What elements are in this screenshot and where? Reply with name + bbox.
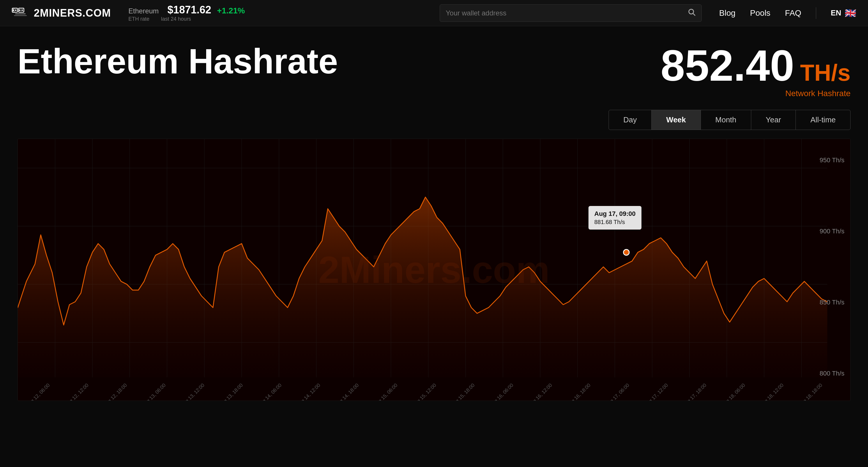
logo-area: 2MINERS.COM <box>12 6 111 20</box>
logo-icon <box>12 6 29 20</box>
lang-selector[interactable]: EN 🇬🇧 <box>831 7 856 19</box>
search-area[interactable] <box>440 4 702 22</box>
hashrate-display: 852.40 TH/s Network Hashrate <box>661 44 850 98</box>
svg-point-6 <box>22 9 23 11</box>
nav-links: Blog Pools FAQ EN 🇬🇧 <box>719 7 856 19</box>
hashrate-number: 852.40 <box>661 44 794 87</box>
svg-line-10 <box>693 13 695 15</box>
svg-point-2 <box>13 9 14 11</box>
eth-price: $1871.62 <box>167 4 211 16</box>
page-title: Ethereum Hashrate <box>18 44 338 79</box>
tab-day[interactable]: Day <box>609 110 652 129</box>
top-section: Ethereum Hashrate 852.40 TH/s Network Ha… <box>18 44 850 98</box>
hashrate-label: Network Hashrate <box>785 89 850 98</box>
eth-change: +1.21% <box>217 6 245 16</box>
y-label-800: 800 Th/s <box>820 370 844 377</box>
eth-rate-label: ETH rate <box>128 16 149 22</box>
chart-svg <box>18 139 850 401</box>
period-tabs: Day Week Month Year All-time <box>609 110 850 130</box>
nav-pools[interactable]: Pools <box>750 8 771 18</box>
svg-point-36 <box>623 250 629 255</box>
svg-rect-7 <box>15 13 26 14</box>
tab-alltime[interactable]: All-time <box>796 110 850 129</box>
y-label-850: 850 Th/s <box>820 299 844 306</box>
svg-point-3 <box>15 9 17 11</box>
flag-icon: 🇬🇧 <box>845 7 856 19</box>
svg-point-5 <box>19 9 21 11</box>
tab-week[interactable]: Week <box>652 110 701 129</box>
tab-year[interactable]: Year <box>751 110 796 129</box>
header: 2MINERS.COM Ethereum $1871.62 +1.21% ETH… <box>0 0 868 26</box>
wallet-search-input[interactable] <box>446 9 687 17</box>
coin-name: Ethereum <box>128 7 159 15</box>
nav-blog[interactable]: Blog <box>719 8 736 18</box>
svg-rect-8 <box>14 15 27 16</box>
eth-change-label: last 24 hours <box>161 16 191 22</box>
hashrate-unit: TH/s <box>800 61 850 85</box>
chart-container: 2Miners.com <box>18 139 850 401</box>
tab-month[interactable]: Month <box>701 110 751 129</box>
y-label-950: 950 Th/s <box>820 156 844 164</box>
hashrate-value-row: 852.40 TH/s <box>661 44 850 87</box>
y-label-900: 900 Th/s <box>820 228 844 235</box>
nav-faq[interactable]: FAQ <box>785 8 801 18</box>
y-axis-labels: 950 Th/s 900 Th/s 850 Th/s 800 Th/s <box>820 139 844 401</box>
eth-sublabels: ETH rate last 24 hours <box>128 16 245 22</box>
main-content: Ethereum Hashrate 852.40 TH/s Network Ha… <box>0 26 868 412</box>
search-icon <box>687 8 695 16</box>
x-axis-labels: Aug 12, 06:00 Aug 12, 12:00 Aug 12, 18:0… <box>18 393 827 399</box>
lang-text: EN <box>831 8 841 18</box>
logo-text: 2MINERS.COM <box>34 7 111 19</box>
nav-divider <box>816 7 816 19</box>
eth-info: Ethereum $1871.62 +1.21% ETH rate last 2… <box>128 4 245 22</box>
search-button[interactable] <box>687 8 695 18</box>
